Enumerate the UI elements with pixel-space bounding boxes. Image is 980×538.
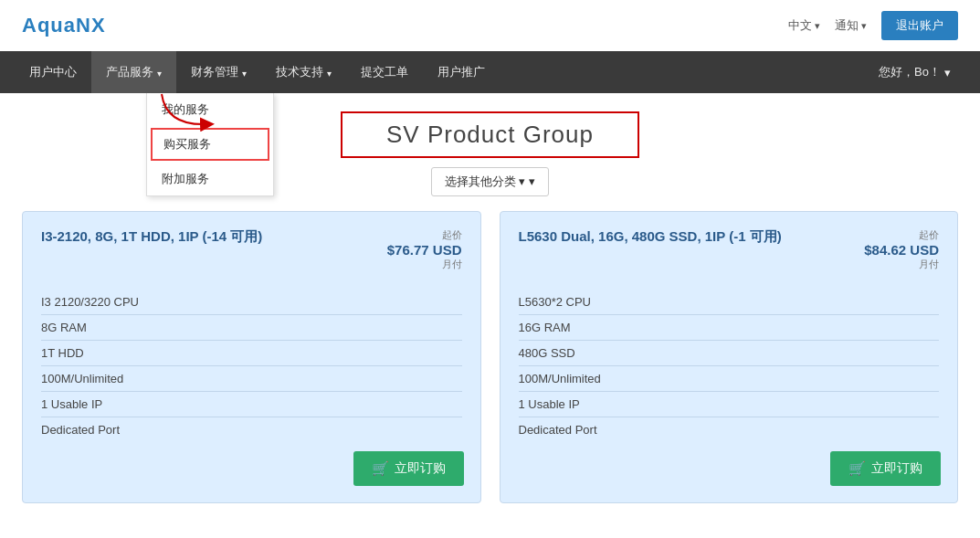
dropdown-my-service[interactable]: 我的服务 [147, 93, 273, 126]
product-2-specs: L5630*2 CPU 16G RAM 480G SSD 100M/Unlimi… [519, 290, 940, 442]
product-2-spec-2: 480G SSD [519, 341, 940, 366]
nav-user-greeting: 您好，Bo！ ▾ [864, 51, 965, 93]
product-2-spec-1: 16G RAM [519, 315, 940, 341]
logout-button[interactable]: 退出账户 [881, 11, 958, 40]
product-2-price-period: 月付 [864, 258, 939, 271]
finance-dropdown-arrow [242, 66, 247, 79]
product-2-spec-3: 100M/Unlimited [519, 366, 940, 392]
top-right-controls: 中文 通知 退出账户 [788, 11, 958, 40]
product-1-spec-0: I3 2120/3220 CPU [41, 290, 462, 315]
products-dropdown: 我的服务 购买服务 附加服务 [146, 93, 274, 196]
product-1-order-button[interactable]: 🛒 立即订购 [353, 451, 464, 486]
cart-icon-2: 🛒 [848, 460, 866, 477]
product-1-spec-1: 8G RAM [41, 315, 462, 341]
nav-referral[interactable]: 用户推广 [423, 51, 500, 93]
product-card-1: I3-2120, 8G, 1T HDD, 1IP (-14 可用) 起价 $76… [22, 211, 481, 503]
nav-user-center[interactable]: 用户中心 [15, 51, 91, 93]
product-1-header: I3-2120, 8G, 1T HDD, 1IP (-14 可用) 起价 $76… [41, 228, 462, 271]
products-row: I3-2120, 8G, 1T HDD, 1IP (-14 可用) 起价 $76… [22, 211, 958, 503]
product-1-specs: I3 2120/3220 CPU 8G RAM 1T HDD 100M/Unli… [41, 290, 462, 442]
product-1-price-amount: $76.77 USD [387, 242, 462, 258]
nav-products[interactable]: 产品服务 我的服务 购买服务 附加服务 [91, 51, 176, 93]
support-dropdown-arrow [327, 66, 332, 79]
products-dropdown-arrow [157, 66, 162, 79]
product-2-price-label: 起价 [864, 228, 939, 242]
dropdown-addon-service[interactable]: 附加服务 [147, 163, 273, 195]
nav-bar: 用户中心 产品服务 我的服务 购买服务 附加服务 财务管理 技术支持 提交工单 [0, 51, 980, 93]
nav-finance[interactable]: 财务管理 [176, 51, 261, 93]
user-dropdown-arrow: ▾ [944, 66, 951, 79]
product-2-spec-0: L5630*2 CPU [519, 290, 940, 315]
nav-support[interactable]: 技术支持 [261, 51, 346, 93]
product-2-spec-5: Dedicated Port [519, 417, 940, 442]
product-card-2: L5630 Dual, 16G, 480G SSD, 1IP (-1 可用) 起… [500, 211, 959, 503]
product-1-spec-2: 1T HDD [41, 341, 462, 366]
product-2-spec-4: 1 Usable IP [519, 392, 940, 417]
product-2-price-amount: $84.62 USD [864, 242, 939, 258]
notification-link[interactable]: 通知 [835, 17, 867, 34]
product-1-spec-4: 1 Usable IP [41, 392, 462, 417]
product-2-title: L5630 Dual, 16G, 480G SSD, 1IP (-1 可用) [519, 228, 865, 246]
product-1-spec-3: 100M/Unlimited [41, 366, 462, 392]
logo: AquaNX [22, 14, 106, 37]
product-2-price: 起价 $84.62 USD 月付 [864, 228, 939, 271]
product-1-price-label: 起价 [387, 228, 462, 242]
product-1-price-period: 月付 [387, 258, 462, 271]
product-2-order-button[interactable]: 🛒 立即订购 [830, 451, 941, 486]
dropdown-buy-service[interactable]: 购买服务 [151, 128, 269, 161]
category-select-button[interactable]: 选择其他分类 ▾ [431, 167, 549, 196]
product-1-price: 起价 $76.77 USD 月付 [387, 228, 462, 271]
top-bar: AquaNX 中文 通知 退出账户 [0, 0, 980, 51]
cart-icon-1: 🛒 [372, 460, 389, 477]
language-selector[interactable]: 中文 [788, 17, 820, 34]
nav-ticket[interactable]: 提交工单 [346, 51, 423, 93]
page-title: SV Product Group [341, 111, 639, 158]
product-1-spec-5: Dedicated Port [41, 417, 462, 442]
product-1-title: I3-2120, 8G, 1T HDD, 1IP (-14 可用) [41, 228, 387, 246]
product-2-header: L5630 Dual, 16G, 480G SSD, 1IP (-1 可用) 起… [519, 228, 940, 271]
